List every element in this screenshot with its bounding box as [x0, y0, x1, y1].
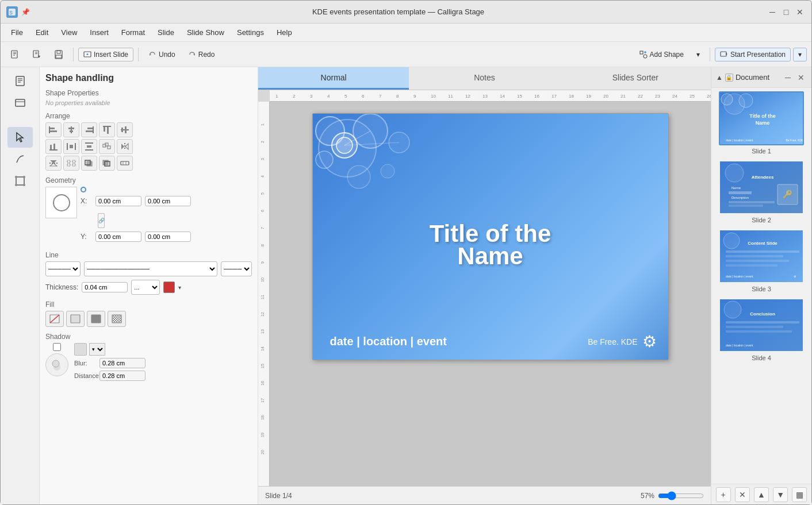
tool-select[interactable] [7, 127, 33, 148]
geo-y-input[interactable] [95, 232, 141, 242]
dist-h-button[interactable] [63, 139, 79, 154]
slide-down-button[interactable]: ▼ [773, 487, 788, 502]
menu-edit[interactable]: Edit [30, 26, 54, 39]
fill-dark-button[interactable] [87, 311, 105, 327]
ungroup-button[interactable] [63, 156, 79, 171]
panel-lock-icon[interactable]: ▲ [716, 74, 723, 82]
line-width-select[interactable]: ────────────── [84, 261, 217, 276]
geo-x-input[interactable] [95, 196, 141, 206]
align-right-button[interactable] [81, 122, 97, 137]
svg-text:2: 2 [293, 94, 296, 99]
redo-button[interactable]: Redo [183, 48, 220, 61]
slide-thumb-2[interactable]: Attendees Name Description 🔑 Slide [715, 160, 808, 223]
tab-slides-sorter[interactable]: Slides Sorter [560, 67, 711, 90]
fill-solid-button[interactable] [66, 311, 85, 327]
line-style-select[interactable]: ───── - - - · · · [45, 261, 81, 276]
tab-normal[interactable]: Normal [258, 67, 409, 90]
geometry-box: X: 🔗 Y: [45, 187, 252, 245]
slide-thumb-4[interactable]: Conclusion date | location | event Slide… [715, 298, 808, 361]
slide-thumb-1[interactable]: Title of the Name date | location | even… [715, 91, 808, 155]
zoom-slider[interactable] [658, 491, 704, 500]
panel-close-button[interactable]: ✕ [795, 72, 807, 83]
tab-notes[interactable]: Notes [409, 67, 560, 90]
menu-insert[interactable]: Insert [84, 26, 114, 39]
save-button[interactable] [49, 47, 68, 62]
start-presentation-button[interactable]: Start Presentation [715, 48, 791, 61]
arrange-back-button[interactable] [99, 156, 115, 171]
svg-rect-75 [103, 160, 108, 165]
panel-restore-button[interactable]: ─ [783, 72, 793, 83]
shadow-color-box[interactable] [74, 343, 87, 356]
shadow-distance-input[interactable] [99, 371, 145, 381]
menu-help[interactable]: Help [271, 26, 298, 39]
svg-marker-65 [125, 144, 128, 149]
new-document-button[interactable] [5, 47, 25, 62]
lock-height-icon[interactable]: 🔗 [98, 213, 105, 228]
panel-pin-icon[interactable]: 🔒 [725, 74, 733, 82]
svg-rect-44 [86, 130, 93, 132]
shadow-checkbox[interactable] [53, 343, 61, 351]
tool-slides[interactable] [7, 92, 33, 113]
thickness-unit-select[interactable]: ... [131, 280, 160, 295]
add-shape-dropdown[interactable]: ▾ [691, 48, 705, 61]
arrange-extra-button[interactable] [117, 156, 133, 171]
svg-rect-166 [729, 205, 763, 207]
slide-thumb-img-1[interactable]: Title of the Name date | location | even… [719, 91, 804, 145]
add-slide-button[interactable]: + [716, 487, 731, 502]
dist-v-button[interactable] [81, 139, 97, 154]
menu-file[interactable]: File [5, 26, 29, 39]
maximize-button[interactable]: □ [780, 6, 792, 18]
geo-y-input2[interactable] [145, 232, 191, 242]
slide-thumb-img-3[interactable]: Content Slide date | location | event ⚙ [719, 229, 804, 283]
menu-view[interactable]: View [55, 26, 83, 39]
align-center-h-button[interactable] [63, 122, 79, 137]
undo-button[interactable]: Undo [143, 48, 181, 61]
thickness-input[interactable] [82, 282, 128, 292]
insert-slide-button[interactable]: Insert Slide [78, 48, 133, 61]
align-left-button[interactable] [45, 122, 62, 137]
align-center-v-button[interactable] [117, 122, 133, 137]
svg-text:8: 8 [396, 94, 399, 99]
line-color-box[interactable] [163, 282, 175, 293]
slide-thumb-img-2[interactable]: Attendees Name Description 🔑 [719, 160, 804, 214]
slide-canvas[interactable]: Title of the Name date | location | even… [312, 113, 669, 360]
slide-2-label: Slide 2 [752, 217, 771, 223]
fill-none-button[interactable] [45, 311, 64, 327]
svg-text:5: 5 [261, 192, 265, 195]
svg-rect-174 [726, 260, 789, 262]
start-presentation-dropdown[interactable]: ▾ [793, 48, 807, 61]
slide-thumb-img-4[interactable]: Conclusion date | location | event [719, 298, 804, 352]
flip-v-button[interactable] [45, 156, 62, 171]
line-color-dropdown[interactable]: ▾ [178, 284, 181, 291]
shadow-blur-input[interactable] [99, 358, 145, 368]
slide-thumb-3[interactable]: Content Slide date | location | event ⚙ … [715, 229, 808, 292]
menu-slideshow[interactable]: Slide Show [181, 26, 230, 39]
menu-settings[interactable]: Settings [231, 26, 270, 39]
menu-slide[interactable]: Slide [152, 26, 180, 39]
arrange-front-button[interactable] [81, 156, 97, 171]
align-bottom-button[interactable] [45, 139, 62, 154]
slides-list: Title of the Name date | location | even… [711, 88, 811, 484]
tool-freehand[interactable] [7, 149, 33, 169]
tool-edit-shape[interactable] [7, 171, 33, 191]
group-button[interactable] [99, 139, 115, 154]
delete-slide-button[interactable]: ✕ [735, 487, 750, 502]
minimize-button[interactable]: ─ [767, 6, 778, 18]
flip-h-button[interactable] [117, 139, 133, 154]
svg-rect-89 [270, 90, 711, 102]
open-document-button[interactable]: ▾ [27, 47, 47, 62]
kde-logo-icon: ⚙ [642, 332, 657, 351]
slide-up-button[interactable]: ▲ [754, 487, 769, 502]
add-shape-button[interactable]: Add Shape [634, 48, 689, 61]
fill-pattern-button[interactable] [108, 311, 126, 327]
menu-format[interactable]: Format [116, 26, 151, 39]
close-button[interactable]: ✕ [794, 6, 806, 18]
shadow-color-dropdown[interactable]: ▾ [89, 343, 105, 356]
line-end-select[interactable]: ──── ───▶ [221, 261, 252, 276]
insert-slide-label: Insert Slide [94, 51, 128, 59]
svg-text:17: 17 [551, 94, 557, 99]
align-top-button[interactable] [99, 122, 115, 137]
geo-x-input2[interactable] [145, 196, 191, 206]
slide-view-button[interactable]: ▦ [792, 487, 807, 502]
tool-document[interactable] [7, 71, 33, 91]
